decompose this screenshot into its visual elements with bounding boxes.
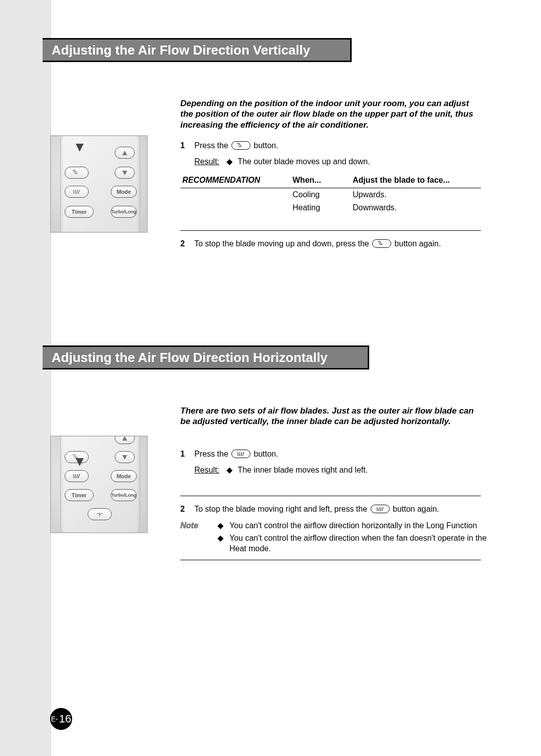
rec-col1: RECOMMENDATION bbox=[182, 176, 260, 184]
intro-vertical: Depending on the position of the indoor … bbox=[180, 98, 481, 130]
rec-when: Heating bbox=[293, 203, 320, 212]
step-pre: To stop the blade moving up and down, pr… bbox=[194, 239, 369, 248]
swing-horizontal-button-icon bbox=[65, 470, 89, 482]
step-number: 1 bbox=[180, 140, 187, 167]
intro-text: There are two sets of air flow blades. J… bbox=[180, 406, 474, 426]
page-sidebar bbox=[0, 0, 50, 756]
section-title-text: Adjusting the Air Flow Direction Horizon… bbox=[52, 350, 328, 365]
remote-figure-horizontal: Mode Timer Turbo/Long bbox=[50, 436, 148, 533]
swing-vertical-button-icon bbox=[65, 167, 89, 179]
intro-text: Depending on the position of the indoor … bbox=[180, 99, 473, 130]
page-num-value: 16 bbox=[59, 712, 71, 725]
table-row: Cooling Upwards. bbox=[180, 188, 481, 202]
step-number: 2 bbox=[180, 504, 187, 515]
diamond-icon: ◆ bbox=[226, 157, 232, 166]
recommendation-table: RECOMMENDATION When... Adjust the blade … bbox=[180, 173, 481, 214]
step-pre: To stop the blade moving right and left,… bbox=[194, 505, 367, 513]
step-1-vertical: 1 Press the button. Result: ◆ The outer … bbox=[180, 140, 481, 167]
step-post: button again. bbox=[395, 239, 441, 248]
step-body: Press the button. Result: ◆ The inner bl… bbox=[194, 449, 481, 475]
step-1-horizontal: 1 Press the button. Result: ◆ The inner … bbox=[180, 449, 481, 475]
mode-button-label: Mode bbox=[117, 473, 131, 479]
step-2-horizontal: 2 To stop the blade moving right and lef… bbox=[180, 504, 481, 515]
step-pre: Press the bbox=[194, 141, 228, 150]
timer-button-label: Timer bbox=[72, 209, 87, 215]
divider bbox=[180, 230, 481, 231]
turbo-button-label: Turbo/Long bbox=[111, 209, 136, 214]
note-text: You can't control the airflow direction … bbox=[229, 521, 477, 531]
result-label: Result: bbox=[194, 157, 219, 166]
divider bbox=[180, 496, 481, 496]
page-number-badge: E-16 bbox=[50, 708, 72, 730]
intro-horizontal: There are two sets of air flow blades. J… bbox=[180, 406, 481, 427]
rec-when: Cooling bbox=[293, 190, 320, 199]
mode-button-label: Mode bbox=[117, 189, 131, 195]
section-title-text: Adjusting the Air Flow Direction Vertica… bbox=[52, 43, 310, 58]
swing-vertical-icon bbox=[372, 239, 391, 248]
step-number: 1 bbox=[180, 449, 187, 475]
swing-vertical-icon bbox=[231, 141, 250, 150]
divider bbox=[180, 560, 481, 560]
result-text: The outer blade moves up and down. bbox=[237, 157, 370, 166]
step-body: To stop the blade moving right and left,… bbox=[194, 504, 481, 515]
fan-button-icon bbox=[88, 508, 112, 520]
swing-horizontal-icon bbox=[231, 450, 250, 458]
rec-face: Upwards. bbox=[353, 190, 387, 199]
section-title-horizontal: Adjusting the Air Flow Direction Horizon… bbox=[43, 345, 369, 369]
section-title-vertical: Adjusting the Air Flow Direction Vertica… bbox=[43, 38, 352, 62]
step-body: Press the button. Result: ◆ The outer bl… bbox=[194, 140, 481, 167]
step-number: 2 bbox=[180, 238, 187, 249]
result-text: The inner blade moves right and left. bbox=[237, 466, 368, 474]
swing-horizontal-icon bbox=[371, 505, 390, 513]
turbo-button-label: Turbo/Long bbox=[111, 493, 136, 498]
step-body: To stop the blade moving up and down, pr… bbox=[194, 238, 481, 249]
page-prefix: E- bbox=[51, 715, 58, 723]
step-pre: Press the bbox=[194, 450, 228, 458]
step-2-vertical: 2 To stop the blade moving up and down, … bbox=[180, 238, 481, 249]
note-body: ◆ You can't control the airflow directio… bbox=[217, 521, 491, 556]
rec-col2: When... bbox=[293, 176, 321, 184]
rec-col3: Adjust the blade to face... bbox=[353, 176, 450, 184]
swing-horizontal-button-icon bbox=[65, 186, 89, 198]
diamond-icon: ◆ bbox=[217, 533, 223, 554]
table-row: Heating Downwards. bbox=[180, 201, 481, 214]
result-label: Result: bbox=[194, 466, 219, 474]
rec-face: Downwards. bbox=[353, 203, 397, 212]
note-block: Note ◆ You can't control the airflow dir… bbox=[180, 521, 491, 556]
step-post: button. bbox=[254, 450, 279, 458]
step-post: button again. bbox=[393, 505, 439, 513]
note-text: You can't control the airflow direction … bbox=[229, 533, 491, 554]
note-label: Note bbox=[180, 521, 208, 556]
diamond-icon: ◆ bbox=[226, 466, 232, 474]
diamond-icon: ◆ bbox=[217, 521, 223, 531]
step-post: button. bbox=[254, 141, 279, 150]
timer-button-label: Timer bbox=[72, 492, 87, 498]
remote-figure-vertical: Mode Timer Turbo/Long bbox=[50, 135, 148, 233]
